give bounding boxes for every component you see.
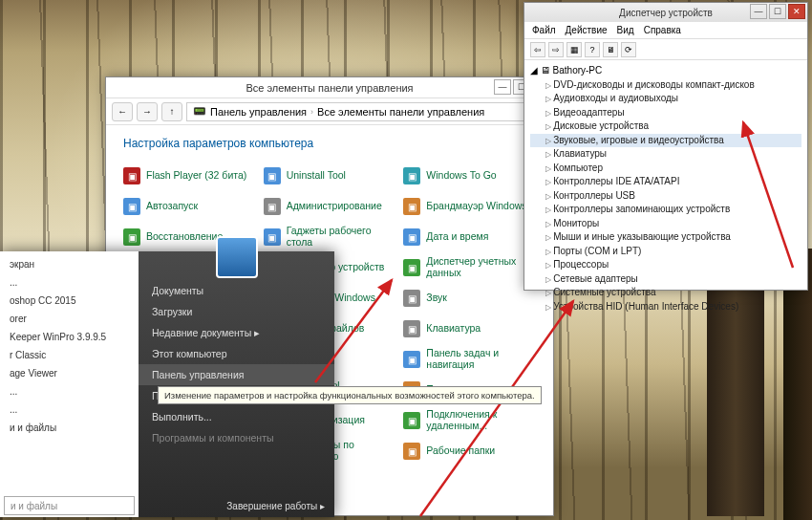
- control-panel-item[interactable]: ▣Uninstall Tool: [264, 163, 396, 188]
- start-menu-program[interactable]: ...: [4, 401, 135, 419]
- device-tree-node[interactable]: Компьютер: [530, 162, 801, 176]
- close-button[interactable]: ✕: [788, 4, 805, 19]
- item-label: Автозапуск: [146, 201, 198, 212]
- menu-item[interactable]: Вид: [617, 25, 634, 35]
- menu-bar: ФайлДействиеВидСправка: [524, 22, 807, 39]
- maximize-button[interactable]: ☐: [769, 4, 786, 19]
- item-icon: ▣: [403, 443, 420, 460]
- item-icon: ▣: [403, 167, 420, 184]
- control-panel-item[interactable]: ▣Автозапуск: [123, 194, 256, 219]
- device-tree-node[interactable]: Звуковые, игровые и видеоустройства: [530, 134, 801, 148]
- control-panel-item[interactable]: ▣Подключения к удаленным...: [403, 408, 536, 433]
- device-tree-node[interactable]: Контроллеры IDE ATA/ATAPI: [530, 175, 801, 189]
- toolbar: ⇦ ⇨ ▦ ? 🖥 ⟳: [524, 39, 807, 60]
- start-menu-link[interactable]: Этот компьютер: [139, 343, 334, 364]
- tool-icon[interactable]: ⟳: [621, 42, 636, 57]
- up-button[interactable]: ↑: [161, 102, 182, 121]
- breadcrumb[interactable]: 📟 Панель управления › Все элементы панел…: [186, 102, 547, 121]
- shutdown-button[interactable]: Завершение работы ▸: [226, 501, 325, 511]
- tool-icon[interactable]: 🖥: [603, 42, 618, 57]
- device-tree-node[interactable]: Аудиовходы и аудиовыходы: [530, 92, 801, 106]
- item-label: Диспетчер учетных данных: [426, 256, 536, 278]
- device-tree-node[interactable]: Мониторы: [530, 217, 801, 231]
- start-menu-link[interactable]: Панель управления: [139, 364, 334, 385]
- start-menu-link[interactable]: Недавние документы ▸: [139, 322, 334, 343]
- window-titlebar[interactable]: Все элементы панели управления — ☐ ✕: [106, 77, 553, 98]
- device-tree-node[interactable]: Клавиатуры: [530, 147, 801, 162]
- control-panel-item[interactable]: ▣Диспетчер учетных данных: [403, 255, 536, 280]
- tool-icon[interactable]: ?: [585, 42, 600, 57]
- breadcrumb-root[interactable]: Панель управления: [210, 106, 307, 118]
- device-tree-node[interactable]: Мыши и иные указывающие устройства: [530, 230, 801, 245]
- start-menu-program[interactable]: r Classic: [4, 346, 135, 364]
- start-menu-program[interactable]: и и файлы: [4, 419, 135, 437]
- item-label: Восстановление: [146, 231, 223, 243]
- minimize-button[interactable]: —: [750, 4, 767, 19]
- start-menu-left: экран...oshop CC 2015orerKeeper WinPro 3…: [0, 251, 139, 517]
- device-tree-node[interactable]: Порты (COM и LPT): [530, 245, 801, 259]
- forward-button[interactable]: →: [137, 102, 158, 121]
- start-menu-link[interactable]: Программы и компоненты: [139, 427, 334, 448]
- item-icon: ▣: [403, 228, 420, 246]
- item-label: Uninstall Tool: [287, 170, 346, 182]
- control-panel-item[interactable]: ▣Дата и время: [403, 225, 536, 249]
- tooltip: Изменение параметров и настройка функцио…: [158, 386, 542, 404]
- start-menu-program[interactable]: orer: [4, 310, 135, 328]
- item-label: Панель задач и навигация: [426, 348, 536, 370]
- control-panel-item[interactable]: ▣Гаджеты рабочего стола: [264, 225, 396, 249]
- item-icon: ▣: [123, 228, 140, 246]
- window-title: Диспетчер устройств: [619, 8, 713, 18]
- search-input[interactable]: и и файлы: [4, 496, 135, 515]
- device-tree-node[interactable]: Сетевые адаптеры: [530, 272, 801, 287]
- control-panel-item[interactable]: ▣Рабочие папки: [403, 439, 536, 464]
- item-label: Подключения к удаленным...: [426, 409, 536, 431]
- item-label: Дата и время: [426, 231, 488, 243]
- tool-icon[interactable]: ▦: [566, 42, 582, 57]
- item-icon: ▣: [264, 167, 281, 184]
- menu-item[interactable]: Файл: [532, 25, 556, 35]
- start-menu-program[interactable]: oshop CC 2015: [4, 292, 135, 310]
- device-tree-node[interactable]: Дисковые устройства: [530, 119, 801, 134]
- tree-root[interactable]: Bathory-PC: [530, 64, 801, 78]
- item-label: Брандмауэр Windows: [426, 201, 526, 212]
- breadcrumb-current[interactable]: Все элементы панели управления: [317, 106, 484, 118]
- device-manager-window: Диспетчер устройств — ☐ ✕ ФайлДействиеВи…: [524, 2, 808, 291]
- start-menu-link[interactable]: Выполнить...: [139, 406, 334, 427]
- start-menu-link[interactable]: Загрузки: [139, 301, 334, 322]
- item-label: Клавиатура: [426, 323, 481, 335]
- start-menu-program[interactable]: Keeper WinPro 3.9.9.5: [4, 328, 135, 346]
- item-icon: ▣: [123, 198, 140, 215]
- tool-icon[interactable]: ⇨: [548, 42, 564, 57]
- start-menu-link[interactable]: Документы: [139, 280, 334, 301]
- menu-item[interactable]: Справка: [644, 25, 681, 35]
- control-panel-item[interactable]: ▣Windows To Go: [403, 163, 536, 188]
- start-menu-program[interactable]: ...: [4, 273, 135, 292]
- tool-icon[interactable]: ⇦: [530, 42, 545, 57]
- device-tree-node[interactable]: Контроллеры USB: [530, 189, 801, 204]
- control-panel-item[interactable]: ▣Панель задач и навигация: [403, 347, 536, 372]
- user-avatar[interactable]: [216, 236, 258, 278]
- control-panel-item[interactable]: ▣Администрирование: [264, 194, 396, 219]
- device-tree-node[interactable]: DVD-дисководы и дисководы компакт-дисков: [530, 78, 801, 93]
- start-menu-program[interactable]: экран: [4, 255, 135, 273]
- window-titlebar[interactable]: Диспетчер устройств — ☐ ✕: [524, 3, 807, 22]
- device-tree-node[interactable]: Контроллеры запоминающих устройств: [530, 203, 801, 217]
- item-icon: ▣: [403, 290, 420, 307]
- back-button[interactable]: ←: [112, 102, 133, 121]
- control-panel-item[interactable]: ▣Клавиатура: [403, 316, 536, 341]
- device-tree-node[interactable]: Системные устройства: [530, 286, 801, 300]
- device-tree: Bathory-PC DVD-дисководы и дисководы ком…: [524, 60, 807, 317]
- chevron-right-icon: ›: [310, 107, 313, 117]
- start-menu-program[interactable]: age Viewer: [4, 364, 135, 382]
- item-icon: ▣: [123, 167, 140, 184]
- item-icon: ▣: [403, 412, 420, 429]
- minimize-button[interactable]: —: [494, 79, 511, 95]
- control-panel-item[interactable]: ▣Flash Player (32 бита): [123, 163, 256, 188]
- device-tree-node[interactable]: Устройства HID (Human Interface Devices): [530, 300, 801, 314]
- device-tree-node[interactable]: Видеоадаптеры: [530, 106, 801, 120]
- start-menu-program[interactable]: ...: [4, 382, 135, 401]
- menu-item[interactable]: Действие: [566, 25, 608, 35]
- control-panel-item[interactable]: ▣Брандмауэр Windows: [403, 194, 536, 219]
- device-tree-node[interactable]: Процессоры: [530, 258, 801, 272]
- control-panel-item[interactable]: ▣Звук: [403, 286, 536, 311]
